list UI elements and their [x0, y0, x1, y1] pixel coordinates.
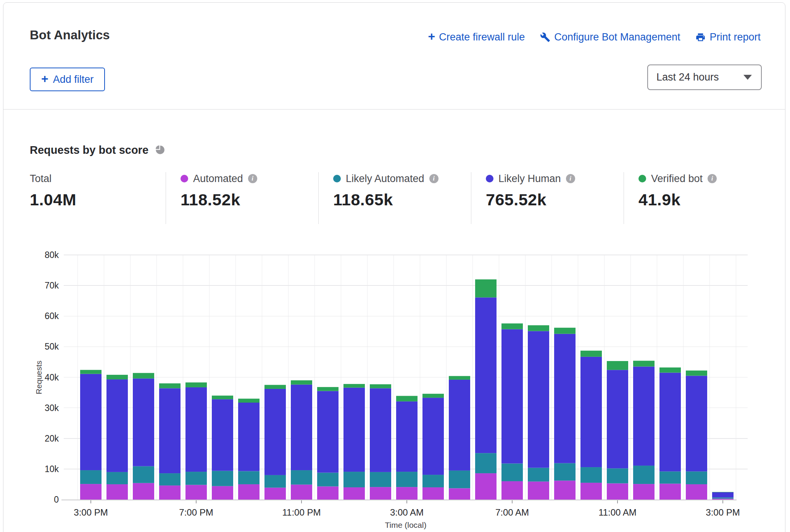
info-icon[interactable]: [566, 174, 575, 183]
bar-segment-likely-automated: [686, 471, 707, 484]
bar-segment-likely-automated: [212, 471, 233, 486]
bar-segment-likely-human: [607, 370, 628, 468]
bar-segment-verified-bot: [264, 385, 286, 389]
bar-segment-likely-automated: [607, 468, 628, 483]
bar-segment-likely-automated: [80, 470, 102, 484]
section-title: Requests by bot score: [30, 144, 148, 156]
bar-segment-likely-human: [343, 388, 365, 472]
stat-likely-automated[interactable]: Likely Automated 118.65k: [318, 172, 471, 224]
requests-chart: 010k20k30k40k50k60k70k80k3:00 PM7:00 PM1…: [3, 245, 787, 532]
header-actions: + Create firewall rule Configure Bot Man…: [428, 31, 761, 43]
section-heading: Requests by bot score: [30, 144, 165, 156]
bar-segment-verified-bot: [317, 387, 339, 391]
analytics-card: Bot Analytics + Create firewall rule Con…: [3, 2, 785, 532]
time-range-dropdown[interactable]: Last 24 hours: [647, 64, 762, 90]
add-filter-label: Add filter: [53, 74, 94, 85]
stat-automated[interactable]: Automated 118.52k: [166, 172, 318, 224]
configure-bot-management-link[interactable]: Configure Bot Management: [540, 31, 680, 43]
x-tick-label: 3:00 PM: [706, 507, 740, 517]
create-firewall-rule-link[interactable]: + Create firewall rule: [428, 31, 525, 43]
bar-segment-verified-bot: [133, 373, 154, 378]
bar-segment-automated: [185, 485, 207, 500]
x-tick-label: 7:00 AM: [495, 507, 529, 517]
bar-segment-likely-automated: [159, 473, 181, 485]
bar-segment-automated: [159, 485, 181, 500]
stat-total-label: Total: [30, 173, 52, 185]
bar-segment-likely-human: [212, 399, 233, 471]
bar-segment-likely-human: [396, 401, 418, 472]
bar-segment-likely-human: [712, 492, 734, 498]
bar-segment-automated: [317, 487, 339, 500]
bar-segment-verified-bot: [370, 384, 391, 388]
bar-segment-likely-human: [580, 357, 602, 467]
bar-segment-likely-automated: [554, 463, 576, 481]
legend-dot-verified-bot: [638, 175, 646, 182]
bar-segment-likely-human: [528, 331, 549, 468]
bar-segment-likely-human: [133, 379, 154, 466]
bar-segment-likely-human: [238, 403, 260, 471]
y-tick-label: 70k: [45, 281, 59, 290]
summary-stats: Total 1.04M Automated 118.52k Likely Aut…: [3, 172, 785, 226]
bar-segment-automated: [449, 488, 470, 500]
x-tick-label: 7:00 PM: [179, 507, 213, 517]
print-report-link[interactable]: Print report: [695, 31, 761, 43]
bar-segment-verified-bot: [580, 351, 602, 357]
info-icon[interactable]: [429, 174, 439, 183]
chevron-down-icon: [743, 75, 752, 80]
stacked-bar-chart: 010k20k30k40k50k60k70k80k3:00 PM7:00 PM1…: [3, 245, 787, 532]
bar-segment-automated: [422, 487, 444, 500]
stat-likely-human[interactable]: Likely Human 765.52k: [471, 172, 624, 224]
bar-segment-likely-automated: [238, 471, 260, 484]
bar-segment-automated: [80, 484, 102, 500]
bar-segment-likely-automated: [475, 453, 497, 473]
bar-segment-likely-human: [659, 372, 681, 471]
bar-segment-likely-automated: [422, 475, 444, 487]
bar-segment-automated: [106, 484, 128, 500]
bar-segment-likely-automated: [528, 468, 549, 482]
bar-segment-verified-bot: [659, 368, 681, 373]
bar-segment-automated: [528, 482, 549, 500]
y-tick-label: 10k: [45, 464, 59, 474]
bar-segment-verified-bot: [633, 361, 655, 366]
bar-segment-verified-bot: [238, 399, 260, 403]
info-icon[interactable]: [708, 174, 717, 183]
bar-segment-likely-human: [291, 385, 312, 470]
add-filter-button[interactable]: + Add filter: [30, 68, 105, 91]
bar-segment-likely-human: [633, 366, 655, 466]
stat-likely-human-value: 765.52k: [486, 190, 624, 209]
bar-segment-likely-human: [422, 398, 444, 475]
bar-segment-verified-bot: [528, 325, 549, 331]
header-divider: [3, 109, 785, 110]
y-tick-label: 50k: [45, 342, 59, 351]
bar-segment-automated: [712, 499, 734, 500]
bar-segment-verified-bot: [712, 492, 734, 492]
bar-segment-likely-automated: [449, 471, 470, 488]
bar-segment-verified-bot: [686, 371, 707, 376]
bar-segment-automated: [686, 484, 707, 500]
configure-bot-management-label: Configure Bot Management: [554, 31, 680, 43]
y-tick-label: 30k: [45, 403, 59, 413]
bar-segment-automated: [238, 484, 260, 500]
x-tick-label: 3:00 PM: [74, 507, 108, 517]
wrench-icon: [540, 32, 550, 42]
y-tick-label: 60k: [45, 311, 59, 321]
bar-segment-verified-bot: [291, 380, 312, 385]
bar-segment-verified-bot: [80, 370, 102, 374]
stat-automated-label: Automated: [193, 173, 243, 185]
info-icon[interactable]: [248, 174, 257, 183]
stat-verified-bot[interactable]: Verified bot 41.9k: [624, 172, 776, 224]
bar-segment-verified-bot: [185, 382, 207, 387]
legend-dot-automated: [181, 175, 188, 182]
bar-segment-verified-bot: [449, 376, 470, 380]
bar-segment-automated: [607, 484, 628, 500]
bar-segment-likely-automated: [659, 471, 681, 484]
y-tick-label: 20k: [45, 434, 59, 443]
bar-segment-automated: [554, 480, 576, 500]
bar-segment-likely-human: [106, 379, 128, 472]
stat-verified-bot-label: Verified bot: [651, 173, 703, 185]
time-range-value: Last 24 hours: [656, 71, 719, 83]
bar-segment-likely-automated: [106, 472, 128, 484]
x-axis-title: Time (local): [385, 521, 427, 529]
bar-segment-automated: [580, 483, 602, 500]
bot-analytics-page: Bot Analytics + Create firewall rule Con…: [0, 0, 790, 532]
